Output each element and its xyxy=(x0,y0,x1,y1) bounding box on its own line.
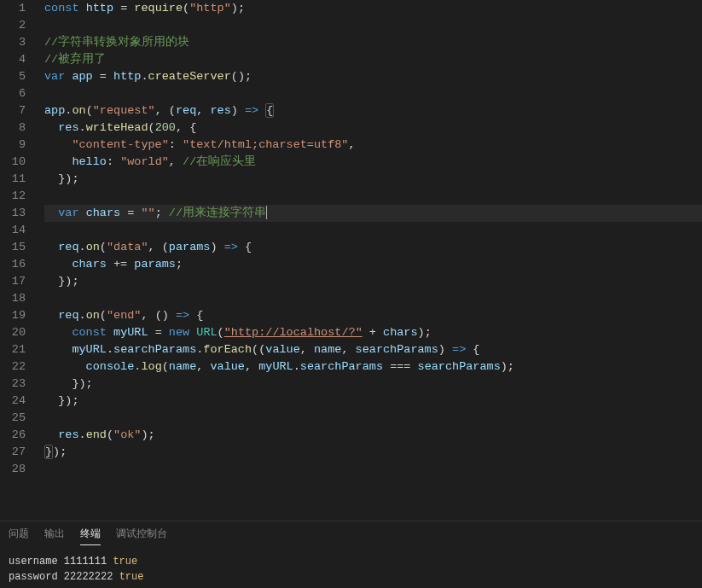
token: "http" xyxy=(189,2,231,15)
token: const xyxy=(44,2,79,15)
code-line[interactable]: "content-type": "text/html;charset=utf8"… xyxy=(44,137,702,154)
code-line[interactable]: console.log(name, value, myURL.searchPar… xyxy=(44,358,702,376)
token: => xyxy=(224,241,238,253)
token: 200 xyxy=(155,121,176,134)
line-number: 20 xyxy=(0,324,26,341)
line-number: 16 xyxy=(0,256,26,273)
token: ) xyxy=(210,241,223,253)
token: req xyxy=(58,309,78,322)
code-line[interactable]: //字符串转换对象所用的块 xyxy=(44,34,702,51)
code-line[interactable]: const myURL = new URL("http://localhost/… xyxy=(44,324,702,341)
terminal-segment: username 1111111 xyxy=(9,556,113,568)
terminal-output[interactable]: username 1111111 truepassword 22222222 t… xyxy=(9,554,693,585)
token: (); xyxy=(231,70,252,83)
code-line[interactable] xyxy=(44,85,702,102)
terminal-line: password 22222222 true xyxy=(9,569,693,585)
code-line[interactable]: app.on("request", (req, res) => { xyxy=(44,102,702,119)
token: searchParams xyxy=(113,343,196,356)
token: , xyxy=(196,104,210,117)
code-line[interactable] xyxy=(44,410,702,427)
line-number: 13 xyxy=(0,205,26,222)
token: === xyxy=(383,360,418,373)
token: http xyxy=(86,2,113,15)
token: . xyxy=(79,121,86,134)
line-number-gutter: 1234567891011121314151617181920212223242… xyxy=(0,0,38,521)
token: myURL xyxy=(113,326,148,339)
token: end xyxy=(86,428,107,441)
line-number: 28 xyxy=(0,461,26,478)
token: . xyxy=(293,360,300,373)
code-line[interactable]: myURL.searchParams.forEach((value, name,… xyxy=(44,341,702,358)
code-line[interactable] xyxy=(44,290,702,307)
token: params xyxy=(134,258,176,271)
terminal-segment: password 22222222 xyxy=(9,571,119,583)
token: ( xyxy=(100,241,107,253)
code-line[interactable]: req.on("end", () => { xyxy=(44,307,702,324)
token: URL xyxy=(196,326,217,339)
token: res xyxy=(58,121,78,134)
code-line[interactable]: }); xyxy=(44,393,702,410)
token: req xyxy=(58,241,78,253)
code-editor[interactable]: 1234567891011121314151617181920212223242… xyxy=(0,0,702,521)
token: , xyxy=(245,360,258,373)
token: app xyxy=(44,104,65,117)
token xyxy=(44,241,58,253)
token: { xyxy=(189,309,203,322)
code-line[interactable] xyxy=(44,461,702,478)
code-line[interactable] xyxy=(44,17,702,34)
token: }); xyxy=(72,377,92,390)
token: "text/html;charset=utf8" xyxy=(183,138,348,151)
code-line[interactable]: res.writeHead(200, { xyxy=(44,119,702,137)
line-number: 1 xyxy=(0,0,26,17)
tab-output[interactable]: 输出 xyxy=(44,527,65,545)
code-line[interactable]: //被弃用了 xyxy=(44,51,702,68)
token: res xyxy=(58,428,78,441)
token: name xyxy=(314,343,341,356)
code-line[interactable]: var chars = ""; //用来连接字符串 xyxy=(44,205,702,222)
token: , ( xyxy=(155,104,176,117)
token: "request" xyxy=(93,104,155,117)
code-line[interactable]: }); xyxy=(44,376,702,393)
code-line[interactable]: chars += params; xyxy=(44,256,702,273)
token: forEach xyxy=(203,343,252,356)
tab-debug-console[interactable]: 调试控制台 xyxy=(116,527,167,545)
code-line[interactable]: req.on("data", (params) => { xyxy=(44,239,702,256)
token: . xyxy=(79,309,86,322)
token: "content-type" xyxy=(72,138,168,151)
token: ); xyxy=(501,360,514,373)
code-line[interactable] xyxy=(44,188,702,205)
token: searchParams xyxy=(418,360,501,373)
code-line[interactable]: hello: "world", //在响应头里 xyxy=(44,154,702,171)
code-line[interactable]: res.end("ok"); xyxy=(44,427,702,444)
token: . xyxy=(79,241,86,253)
tab-terminal[interactable]: 终端 xyxy=(80,527,101,545)
token: , xyxy=(341,343,355,356)
token: //在响应头里 xyxy=(183,155,256,168)
token: "data" xyxy=(107,241,148,253)
code-line[interactable] xyxy=(44,222,702,239)
token: searchParams xyxy=(356,343,438,356)
code-line[interactable]: }); xyxy=(44,273,702,290)
token xyxy=(79,2,86,15)
token: hello xyxy=(72,155,107,168)
token: const xyxy=(72,326,107,339)
token: on xyxy=(86,309,100,322)
bottom-panel: 问题 输出 终端 调试控制台 username 1111111 truepass… xyxy=(0,521,702,588)
code-line[interactable]: const http = require("http"); xyxy=(44,0,702,17)
token: req xyxy=(176,104,196,117)
token: }); xyxy=(58,394,78,407)
token: var xyxy=(44,70,65,83)
code-line[interactable]: }); xyxy=(44,171,702,188)
token xyxy=(44,343,72,356)
token: console xyxy=(86,360,135,373)
token: writeHead xyxy=(86,121,148,134)
line-number: 10 xyxy=(0,154,26,171)
code-line[interactable]: var app = http.createServer(); xyxy=(44,68,702,85)
token: res xyxy=(210,104,230,117)
code-area[interactable]: const http = require("http");//字符串转换对象所用… xyxy=(38,0,702,521)
code-line[interactable]: }); xyxy=(44,444,702,461)
tab-problems[interactable]: 问题 xyxy=(9,527,29,545)
token: createServer xyxy=(148,70,231,83)
line-number: 2 xyxy=(0,17,26,34)
token: "" xyxy=(141,207,154,219)
